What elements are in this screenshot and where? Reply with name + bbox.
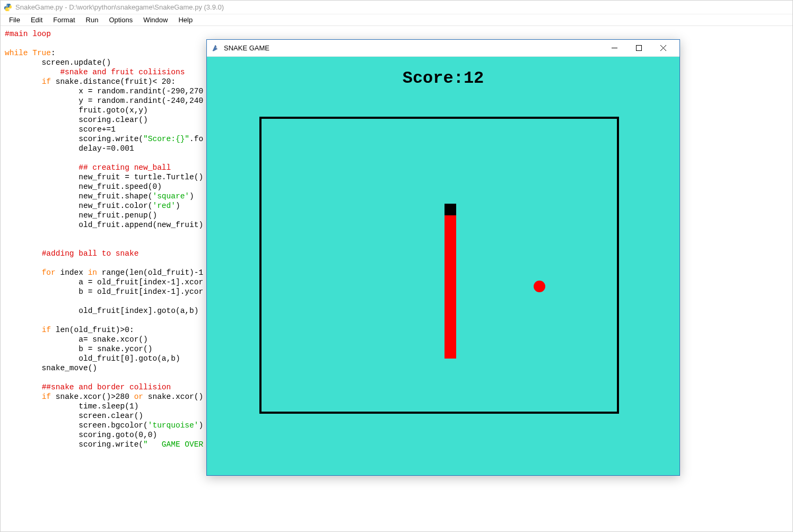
svg-point-1 [8, 10, 10, 11]
snake-body [445, 215, 456, 359]
menu-window[interactable]: Window [138, 15, 173, 25]
svg-rect-3 [636, 46, 641, 51]
svg-point-0 [6, 4, 7, 5]
fruit [534, 281, 545, 292]
game-titlebar[interactable]: SNAKE GAME [207, 40, 679, 57]
game-title-text: SNAKE GAME [224, 44, 602, 52]
idle-menubar: File Edit Format Run Options Window Help [1, 14, 792, 26]
menu-edit[interactable]: Edit [25, 15, 48, 25]
maximize-button[interactable] [626, 40, 651, 56]
game-arena-border [259, 117, 619, 414]
snake-game-window: SNAKE GAME Score:12 [206, 39, 680, 476]
close-icon [660, 45, 666, 51]
menu-file[interactable]: File [4, 15, 25, 25]
maximize-icon [636, 45, 642, 51]
menu-format[interactable]: Format [48, 15, 80, 25]
game-canvas[interactable]: Score:12 [207, 57, 679, 475]
menu-options[interactable]: Options [103, 15, 138, 25]
python-icon [4, 3, 12, 12]
idle-titlebar[interactable]: SnakeGame.py - D:\work\python\snakegame\… [1, 1, 792, 14]
minimize-icon [612, 45, 617, 51]
close-button[interactable] [651, 40, 675, 56]
snake-head [445, 204, 456, 215]
menu-run[interactable]: Run [81, 15, 104, 25]
score-text: Score:12 [207, 68, 679, 88]
idle-title-text: SnakeGame.py - D:\work\python\snakegame\… [15, 3, 224, 11]
window-controls [602, 40, 675, 56]
minimize-button[interactable] [602, 40, 626, 56]
tk-feather-icon [211, 44, 220, 53]
menu-help[interactable]: Help [173, 15, 198, 25]
